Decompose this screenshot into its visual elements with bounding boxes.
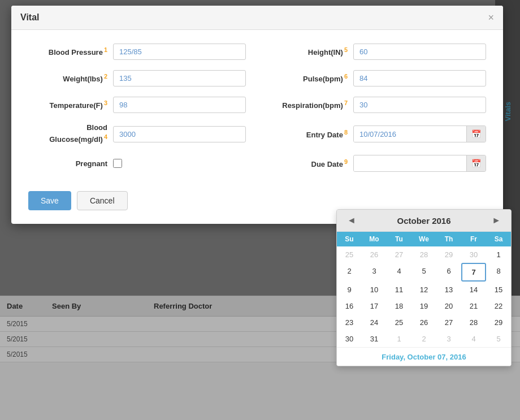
calendar-day-30[interactable]: 30 (337, 331, 362, 347)
respiration-input[interactable] (353, 97, 486, 113)
weight-input[interactable] (113, 70, 246, 86)
calendar-day-24[interactable]: 24 (362, 314, 387, 331)
calendar-day-1[interactable]: 1 (486, 246, 511, 263)
height-row: Height(IN)5 (268, 44, 486, 60)
calendar-month-label: October 2016 (397, 216, 450, 226)
field-number-3: 3 (104, 99, 107, 106)
calendar-days: 2526272829301234567891011121314151617181… (337, 246, 511, 347)
blood-glucose-label: BloodGlucose(mg/dl)4 (28, 123, 107, 145)
calendar-day-headers: Su Mo Tu We Th Fr Sa (337, 232, 511, 246)
calendar-day-10[interactable]: 10 (362, 282, 387, 298)
calendar-day-20[interactable]: 20 (436, 298, 461, 314)
modal-body: Blood Pressure1 Height(IN)5 Weight(lbs)2 (11, 30, 503, 185)
day-hdr-sa: Sa (486, 232, 511, 246)
calendar-day-2-other[interactable]: 2 (411, 331, 436, 347)
calendar-day-13[interactable]: 13 (436, 282, 461, 298)
temperature-label: Temperature(F)3 (28, 99, 107, 110)
field-number-9: 9 (344, 158, 348, 165)
pulse-row: Pulse(bpm)6 (268, 70, 486, 86)
calendar-day-29-other[interactable]: 29 (436, 246, 461, 263)
height-input[interactable] (353, 44, 486, 60)
calendar-day-27[interactable]: 27 (436, 314, 461, 331)
calendar-today-label: Friday, October 07, 2016 (382, 353, 466, 361)
calendar-day-16[interactable]: 16 (337, 298, 362, 314)
weight-row: Weight(lbs)2 (28, 70, 246, 86)
calendar-day-31[interactable]: 31 (362, 331, 387, 347)
day-hdr-su: Su (337, 232, 362, 246)
calendar-day-14[interactable]: 14 (461, 282, 486, 298)
calendar-day-5[interactable]: 5 (411, 263, 436, 282)
day-hdr-mo: Mo (362, 232, 387, 246)
respiration-row: Respiration(bpm)7 (268, 97, 486, 113)
calendar-day-25[interactable]: 25 (387, 314, 411, 331)
entry-date-label: Entry Date8 (268, 129, 348, 139)
calendar-day-29[interactable]: 29 (486, 314, 511, 331)
entry-date-wrapper: 📅 (353, 125, 486, 142)
calendar-day-28[interactable]: 28 (461, 314, 486, 331)
temperature-input[interactable] (113, 97, 246, 113)
calendar-day-28-other[interactable]: 28 (411, 246, 436, 263)
pulse-input[interactable] (353, 70, 486, 86)
calendar-day-26-other[interactable]: 26 (362, 246, 387, 263)
blood-glucose-row: BloodGlucose(mg/dl)4 (28, 123, 246, 145)
calendar-day-17[interactable]: 17 (362, 298, 387, 314)
calendar-day-21[interactable]: 21 (461, 298, 486, 314)
calendar-prev-button[interactable]: ◄ (344, 214, 359, 227)
blood-pressure-input[interactable] (113, 44, 246, 60)
pulse-label: Pulse(bpm)6 (268, 73, 348, 83)
modal-header: Vital × (11, 6, 503, 30)
field-number-5: 5 (344, 46, 348, 53)
due-date-calendar-icon[interactable]: 📅 (466, 155, 486, 171)
day-hdr-we: We (411, 232, 436, 246)
calendar-day-27-other[interactable]: 27 (387, 246, 411, 263)
calendar-day-3-other[interactable]: 3 (436, 331, 461, 347)
field-number-8: 8 (344, 129, 348, 136)
calendar-day-23[interactable]: 23 (337, 314, 362, 331)
blood-pressure-label: Blood Pressure1 (28, 46, 107, 57)
calendar-day-3[interactable]: 3 (362, 263, 387, 282)
calendar-day-7[interactable]: 7 (461, 263, 486, 282)
due-date-row: Due Date9 📅 (268, 155, 486, 172)
calendar-next-button[interactable]: ► (488, 214, 504, 227)
field-number-6: 6 (344, 73, 348, 80)
due-date-input[interactable] (354, 156, 466, 171)
calendar-popup: ◄ October 2016 ► Su Mo Tu We Th Fr Sa 25… (336, 209, 512, 366)
calendar-day-30-other[interactable]: 30 (461, 246, 486, 263)
calendar-day-18[interactable]: 18 (387, 298, 411, 314)
calendar-day-1-other[interactable]: 1 (387, 331, 411, 347)
field-number-2: 2 (104, 73, 107, 80)
calendar-day-26[interactable]: 26 (411, 314, 436, 331)
weight-label: Weight(lbs)2 (28, 73, 107, 83)
calendar-day-4[interactable]: 4 (387, 263, 411, 282)
day-hdr-fr: Fr (461, 232, 486, 246)
blood-pressure-row: Blood Pressure1 (28, 44, 246, 60)
calendar-day-12[interactable]: 12 (411, 282, 436, 298)
vital-modal: Vital × Blood Pressure1 Height(IN)5 (11, 6, 503, 224)
pregnant-checkbox[interactable] (113, 159, 122, 168)
calendar-day-5-other[interactable]: 5 (486, 331, 511, 347)
calendar-day-4-other[interactable]: 4 (461, 331, 486, 347)
blood-glucose-input[interactable] (113, 126, 246, 142)
calendar-day-6[interactable]: 6 (436, 263, 461, 282)
save-button[interactable]: Save (28, 191, 71, 210)
pregnant-row: Pregnant (28, 155, 246, 172)
respiration-label: Respiration(bpm)7 (268, 99, 348, 110)
calendar-day-2[interactable]: 2 (337, 263, 362, 282)
day-hdr-th: Th (436, 232, 461, 246)
calendar-day-25-other[interactable]: 25 (337, 246, 362, 263)
calendar-header: ◄ October 2016 ► (337, 210, 511, 232)
close-button[interactable]: × (488, 12, 494, 23)
calendar-day-8[interactable]: 8 (486, 263, 511, 282)
entry-date-row: Entry Date8 📅 (268, 123, 486, 145)
calendar-day-9[interactable]: 9 (337, 282, 362, 298)
modal-title: Vital (20, 12, 40, 23)
calendar-day-19[interactable]: 19 (411, 298, 436, 314)
entry-date-calendar-icon[interactable]: 📅 (466, 126, 486, 142)
calendar-day-11[interactable]: 11 (387, 282, 411, 298)
temperature-row: Temperature(F)3 (28, 97, 246, 113)
calendar-day-22[interactable]: 22 (486, 298, 511, 314)
calendar-day-15[interactable]: 15 (486, 282, 511, 298)
entry-date-input[interactable] (354, 127, 466, 142)
calendar-footer: Friday, October 07, 2016 (337, 347, 511, 366)
cancel-button[interactable]: Cancel (77, 191, 128, 210)
